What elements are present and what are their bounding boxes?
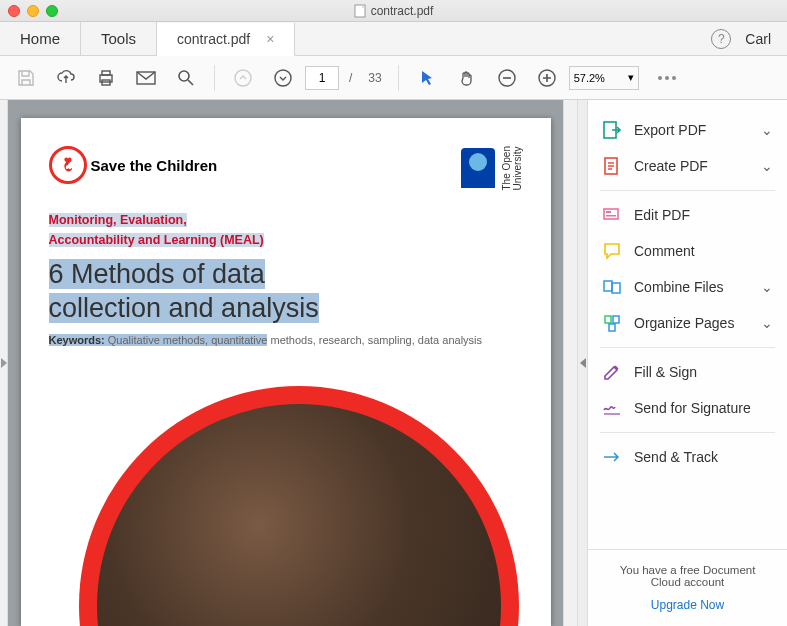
stc-logo-mark — [49, 146, 87, 184]
sidebar-separator — [600, 347, 775, 348]
create-pdf-icon — [602, 156, 622, 176]
more-tools-icon[interactable] — [649, 60, 685, 96]
sidebar-item-label: Export PDF — [634, 122, 706, 138]
upgrade-link[interactable]: Upgrade Now — [604, 598, 771, 612]
sidebar-item-combine-files[interactable]: Combine Files ⌄ — [588, 269, 787, 305]
export-pdf-icon — [602, 120, 622, 140]
left-panel-toggle[interactable] — [0, 100, 8, 626]
sidebar-item-label: Send for Signature — [634, 400, 751, 416]
sidebar-item-edit-pdf[interactable]: Edit PDF — [588, 197, 787, 233]
email-icon[interactable] — [128, 60, 164, 96]
hand-tool-icon[interactable] — [449, 60, 485, 96]
ou-shield-icon — [461, 148, 495, 188]
sidebar-item-label: Edit PDF — [634, 207, 690, 223]
doc-subtitle: Monitoring, Evaluation, Accountability a… — [49, 210, 523, 250]
tab-home[interactable]: Home — [0, 22, 81, 55]
svg-rect-21 — [613, 316, 619, 323]
ou-logo-text: The Open University — [501, 146, 523, 190]
sidebar-item-send-track[interactable]: Send & Track — [588, 439, 787, 475]
open-university-logo: The Open University — [461, 146, 523, 190]
search-icon[interactable] — [168, 60, 204, 96]
zoom-in-icon[interactable] — [529, 60, 565, 96]
send-track-icon — [602, 447, 622, 467]
page-separator: / — [349, 71, 352, 85]
document-viewport[interactable]: Save the Children The Open University Mo… — [8, 100, 563, 626]
sidebar-item-label: Combine Files — [634, 279, 723, 295]
selection-tool-icon[interactable] — [409, 60, 445, 96]
comment-icon — [602, 241, 622, 261]
sidebar-item-comment[interactable]: Comment — [588, 233, 787, 269]
sidebar-item-organize-pages[interactable]: Organize Pages ⌄ — [588, 305, 787, 341]
edit-pdf-icon — [602, 205, 622, 225]
photo-placeholder: 11 12 13 — [97, 404, 501, 626]
zoom-value: 57.2% — [574, 72, 605, 84]
sidebar-item-create-pdf[interactable]: Create PDF ⌄ — [588, 148, 787, 184]
svg-point-5 — [179, 71, 189, 81]
save-icon[interactable] — [8, 60, 44, 96]
svg-rect-15 — [604, 209, 618, 219]
tab-tools-label: Tools — [101, 30, 136, 47]
minimize-window-icon[interactable] — [27, 5, 39, 17]
tab-tools[interactable]: Tools — [81, 22, 157, 55]
vertical-scrollbar[interactable] — [563, 100, 577, 626]
svg-rect-0 — [355, 5, 365, 17]
sidebar-item-label: Fill & Sign — [634, 364, 697, 380]
svg-rect-22 — [609, 324, 615, 331]
send-signature-icon — [602, 398, 622, 418]
tab-bar: Home Tools contract.pdf × ? Carl — [0, 22, 787, 56]
svg-rect-19 — [612, 283, 620, 293]
tools-sidebar: Export PDF ⌄ Create PDF ⌄ Edit PDF Comme… — [587, 100, 787, 626]
sidebar-item-label: Comment — [634, 243, 695, 259]
zoom-out-icon[interactable] — [489, 60, 525, 96]
page-1: Save the Children The Open University Mo… — [21, 118, 551, 626]
svg-point-11 — [665, 76, 669, 80]
print-icon[interactable] — [88, 60, 124, 96]
doc-title: 6 Methods of data collection and analysi… — [49, 258, 523, 326]
red-circle-frame: 11 12 13 — [79, 386, 519, 626]
svg-point-12 — [672, 76, 676, 80]
window-title: contract.pdf — [371, 4, 434, 18]
doc-keywords: Keywords: Qualitative methods, quantitat… — [49, 333, 523, 348]
zoom-select[interactable]: 57.2%▾ — [569, 66, 639, 90]
chevron-down-icon: ▾ — [628, 71, 634, 84]
chevron-down-icon: ⌄ — [761, 122, 773, 138]
cloud-upload-icon[interactable] — [48, 60, 84, 96]
page-total: 33 — [368, 71, 381, 85]
page-number-input[interactable] — [305, 66, 339, 90]
zoom-window-icon[interactable] — [46, 5, 58, 17]
fill-sign-icon — [602, 362, 622, 382]
user-menu[interactable]: Carl — [745, 31, 771, 47]
help-icon[interactable]: ? — [711, 29, 731, 49]
combine-files-icon — [602, 277, 622, 297]
title-center: contract.pdf — [0, 4, 787, 18]
doc-header: Save the Children The Open University — [49, 146, 523, 190]
toolbar-separator — [214, 65, 215, 91]
close-window-icon[interactable] — [8, 5, 20, 17]
tab-document-label: contract.pdf — [177, 31, 250, 47]
svg-point-10 — [658, 76, 662, 80]
doc-hero-image: 11 12 13 — [49, 386, 551, 626]
sidebar-item-send-signature[interactable]: Send for Signature — [588, 390, 787, 426]
right-panel-toggle[interactable] — [577, 100, 587, 626]
tab-close-icon[interactable]: × — [266, 31, 274, 47]
page-up-icon[interactable] — [225, 60, 261, 96]
stc-logo-text: Save the Children — [91, 157, 218, 174]
sidebar-item-export-pdf[interactable]: Export PDF ⌄ — [588, 112, 787, 148]
toolbar: / 33 57.2%▾ — [0, 56, 787, 100]
chevron-down-icon: ⌄ — [761, 279, 773, 295]
pdf-file-icon — [354, 4, 366, 18]
sidebar-item-label: Send & Track — [634, 449, 718, 465]
tabbar-right: ? Carl — [711, 29, 787, 49]
svg-rect-18 — [604, 281, 612, 291]
svg-rect-20 — [605, 316, 611, 323]
content-area: Save the Children The Open University Mo… — [0, 100, 787, 626]
page-down-icon[interactable] — [265, 60, 301, 96]
sidebar-separator — [600, 190, 775, 191]
svg-rect-16 — [606, 211, 611, 213]
svg-rect-2 — [102, 71, 110, 75]
sidebar-separator — [600, 432, 775, 433]
sidebar-item-fill-sign[interactable]: Fill & Sign — [588, 354, 787, 390]
tools-list: Export PDF ⌄ Create PDF ⌄ Edit PDF Comme… — [588, 100, 787, 549]
window-titlebar: contract.pdf — [0, 0, 787, 22]
tab-document[interactable]: contract.pdf × — [157, 23, 295, 56]
